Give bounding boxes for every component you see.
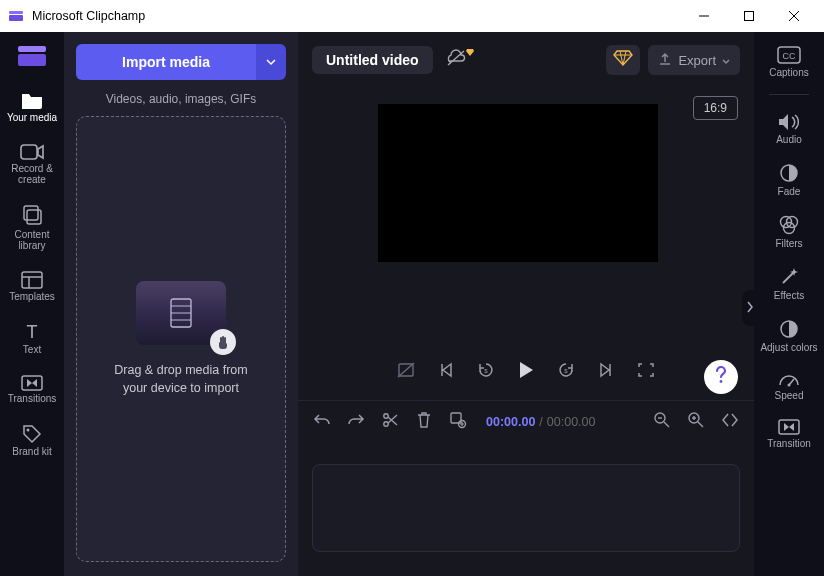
split-button[interactable] [380,412,400,432]
panel-label: Adjust colors [760,342,817,353]
sidebar-label: Your media [7,112,57,123]
svg-line-33 [664,422,669,427]
sidebar-label: Text [23,344,41,355]
video-preview[interactable] [378,104,658,262]
svg-text:$: $ [564,368,568,374]
forward-icon: $ [557,361,575,383]
skip-start-button[interactable] [434,360,458,384]
panel-captions[interactable]: CC Captions [757,42,821,82]
maximize-button[interactable] [726,0,771,32]
import-media-button[interactable]: Import media [76,44,256,80]
zoom-in-button[interactable] [686,412,706,432]
rewind-button[interactable]: $ [474,360,498,384]
drop-line1: Drag & drop media from [114,363,247,377]
crop-toggle-button[interactable] [394,360,418,384]
redo-button[interactable] [346,412,366,432]
svg-rect-11 [22,272,42,288]
duplicate-icon [450,412,466,432]
svg-point-26 [720,380,723,383]
fullscreen-button[interactable] [634,360,658,384]
sidebar-brand-kit[interactable]: Brand kit [2,418,62,463]
svg-rect-0 [9,11,23,14]
svg-text:$: $ [484,368,488,374]
upgrade-premium-button[interactable] [606,45,640,75]
export-button[interactable]: Export [648,45,740,75]
panel-audio[interactable]: Audio [757,109,821,149]
svg-point-27 [384,413,388,417]
delete-button[interactable] [414,412,434,432]
zoom-fit-icon [722,413,738,431]
panel-label: Transition [767,438,811,449]
svg-line-37 [698,422,703,427]
close-button[interactable] [771,0,816,32]
playback-controls: $ $ [298,348,754,396]
skip-end-button[interactable] [594,360,618,384]
brand-icon [12,42,52,70]
drop-line2: your device to import [123,381,239,395]
left-sidebar: Your media Record & create Content libra… [0,32,64,576]
sidebar-record-create[interactable]: Record & create [2,137,62,191]
window-title: Microsoft Clipchamp [32,9,681,23]
preview-area: 16:9 $ $ [298,88,754,400]
sidebar-templates[interactable]: Templates [2,265,62,308]
panel-filters[interactable]: Filters [757,211,821,253]
panel-effects[interactable]: Effects [757,263,821,305]
panel-adjust-colors[interactable]: Adjust colors [757,315,821,357]
skip-forward-icon [599,363,613,381]
fullscreen-icon [638,363,654,381]
help-button[interactable] [704,360,738,394]
sidebar-transitions[interactable]: Transitions [2,369,62,410]
panel-label: Captions [769,67,808,78]
import-media-dropdown[interactable] [256,44,286,80]
undo-button[interactable] [312,412,332,432]
play-button[interactable] [514,360,538,384]
svg-point-46 [788,384,791,387]
media-drop-zone[interactable]: Drag & drop media from your device to im… [76,116,286,562]
media-panel: Import media Videos, audio, images, GIFs… [64,32,298,576]
cloud-sync-button[interactable] [441,45,471,75]
sidebar-text[interactable]: T Text [2,316,62,361]
import-media-group: Import media [76,44,286,80]
panel-speed[interactable]: Speed [757,367,821,405]
zoom-out-button[interactable] [652,412,672,432]
project-title-input[interactable]: Untitled video [312,46,433,74]
panel-fade[interactable]: Fade [757,159,821,201]
cloud-off-icon [445,49,467,71]
undo-icon [314,413,330,431]
skip-back-icon [439,363,453,381]
rewind-icon: $ [477,361,495,383]
zoom-fit-button[interactable] [720,412,740,432]
forward-button[interactable]: $ [554,360,578,384]
collapse-right-panel-button[interactable] [742,290,758,326]
hand-icon [210,329,236,355]
chevron-right-icon [746,299,754,317]
panel-label: Effects [774,290,804,301]
duplicate-button[interactable] [448,412,468,432]
tag-icon [22,424,42,444]
speaker-icon [778,113,800,133]
minimize-button[interactable] [681,0,726,32]
panel-transition[interactable]: Transition [757,415,821,453]
svg-text:CC: CC [783,51,796,61]
sidebar-label: Templates [9,291,55,302]
center-area: Untitled video Export 16:9 [298,32,754,576]
redo-icon [348,413,364,431]
question-icon [715,366,727,388]
svg-point-16 [27,429,30,432]
panel-label: Speed [775,390,804,401]
transition-icon [778,419,800,437]
sidebar-your-media[interactable]: Your media [2,84,62,129]
timeline-track[interactable] [312,464,740,552]
svg-point-28 [384,421,388,425]
svg-line-21 [448,51,464,65]
filmstrip-icon [168,299,194,331]
svg-rect-9 [24,206,38,220]
transitions-icon [21,375,43,391]
scissors-icon [382,412,398,432]
editor-topbar: Untitled video Export [298,32,754,88]
aspect-ratio-button[interactable]: 16:9 [693,96,738,120]
gauge-icon [778,371,800,389]
sidebar-content-library[interactable]: Content library [2,199,62,257]
panel-label: Audio [776,134,802,145]
camera-icon [20,143,44,161]
